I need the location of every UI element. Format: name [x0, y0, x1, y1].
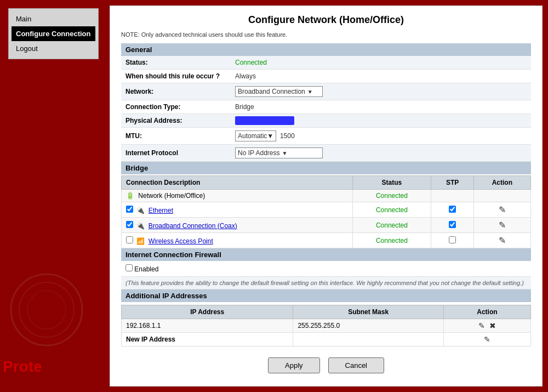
- firewall-enabled-label: Enabled: [134, 265, 158, 273]
- status-label: Status:: [121, 56, 231, 70]
- protect-text: Prote: [3, 358, 42, 376]
- ip-address-value: 192.168.1.1: [122, 319, 293, 333]
- button-row: Apply Cancel: [121, 357, 531, 373]
- wireless-stp-checkbox[interactable]: [449, 236, 456, 243]
- ip-data-row: 192.168.1.1 255.255.255.0 ✎ ✖: [122, 319, 531, 333]
- coax-link[interactable]: Broadband Connection (Coax): [149, 222, 237, 230]
- network-value: Broadband Connection ▼: [231, 83, 531, 100]
- ethernet-stp-checkbox[interactable]: [449, 206, 456, 213]
- network-row: Network: Broadband Connection ▼: [121, 83, 531, 100]
- new-ip-label: New IP Address: [122, 333, 293, 346]
- new-ip-add-icon[interactable]: ✎: [484, 335, 490, 344]
- ethernet-icon: 🔌: [136, 207, 145, 214]
- apply-button[interactable]: Apply: [268, 357, 320, 373]
- bridge-ethernet-action[interactable]: ✎: [473, 202, 530, 218]
- network-select-arrow: ▼: [307, 89, 313, 95]
- mtu-arrow: ▼: [267, 132, 273, 140]
- bridge-wireless-name: 📶 Wireless Access Point: [122, 233, 353, 248]
- ip-action-cell[interactable]: ✎ ✖: [443, 319, 530, 333]
- sidebar-wrapper: Main Configure Connection Logout Prote: [0, 0, 104, 392]
- bridge-table: Connection Description Status STP Action…: [121, 175, 531, 248]
- when-label: When should this rule occur ?: [121, 70, 231, 83]
- bridge-row-coax: 🔌 Broadband Connection (Coax) Connected …: [122, 218, 531, 233]
- ip-delete-icon[interactable]: ✖: [489, 321, 496, 330]
- bridge-coax-action[interactable]: ✎: [473, 218, 530, 233]
- bridge-ethernet-status: Connected: [352, 202, 431, 218]
- ip-table-row: IP Address Subnet Mask Action 192.168.1.…: [121, 302, 531, 346]
- bridge-network-stp: [431, 190, 473, 202]
- network-select[interactable]: Broadband Connection ▼: [235, 86, 323, 97]
- coax-icon: 🔌: [136, 222, 145, 230]
- physical-address-label: Physical Address:: [121, 114, 231, 128]
- firewall-row: Enabled: [121, 261, 531, 277]
- sidebar-item-configure[interactable]: Configure Connection: [12, 26, 95, 41]
- cancel-button[interactable]: Cancel: [328, 357, 384, 373]
- bridge-coax-name: 🔌 Broadband Connection (Coax): [122, 218, 353, 233]
- main-content: Configure Network (Home/Office) NOTE: On…: [110, 5, 543, 387]
- internet-protocol-value: No IP Address ▼: [231, 145, 531, 162]
- ip-col-subnet: Subnet Mask: [293, 305, 443, 319]
- ip-select-arrow: ▼: [282, 150, 288, 156]
- bridge-row-ethernet: 🔌 Ethernet Connected ✎: [122, 202, 531, 218]
- firewall-checkbox[interactable]: [125, 264, 133, 271]
- ethernet-link[interactable]: Ethernet: [149, 207, 173, 214]
- logo-decoration: [8, 271, 85, 348]
- ip-col-action: Action: [443, 305, 530, 319]
- mtu-select[interactable]: Automatic ▼: [235, 130, 276, 141]
- internet-protocol-row: Internet Protocol No IP Address ▼: [121, 145, 531, 162]
- network-label: Network:: [121, 83, 231, 100]
- bridge-ethernet-stp: [431, 202, 473, 218]
- status-row: Status: Connected: [121, 56, 531, 70]
- ip-edit-icon[interactable]: ✎: [478, 321, 485, 330]
- when-value: Always: [231, 70, 531, 83]
- additional-ip-section-header: Additional IP Addresses: [121, 289, 531, 303]
- bridge-coax-status: Connected: [352, 218, 431, 233]
- bridge-wireless-stp: [431, 233, 473, 248]
- sidebar-item-logout[interactable]: Logout: [12, 41, 95, 56]
- page-title: Configure Network (Home/Office): [121, 14, 531, 26]
- ip-table: IP Address Subnet Mask Action 192.168.1.…: [121, 305, 531, 346]
- note-text: NOTE: Only advanced technical users shou…: [121, 31, 531, 38]
- bridge-header-row: Connection Description Status STP Action: [122, 176, 531, 190]
- internet-protocol-label: Internet Protocol: [121, 145, 231, 162]
- ethernet-checkbox[interactable]: [126, 206, 133, 213]
- bridge-ethernet-name: 🔌 Ethernet: [122, 202, 353, 218]
- internet-protocol-select[interactable]: No IP Address ▼: [235, 147, 323, 158]
- bridge-row-wireless: 📶 Wireless Access Point Connected ✎: [122, 233, 531, 248]
- svg-point-2: [27, 291, 66, 329]
- wireless-link[interactable]: Wireless Access Point: [149, 237, 213, 245]
- bridge-network-name: 🔋 Network (Home/Office): [122, 190, 353, 202]
- bridge-col-action: Action: [473, 176, 530, 190]
- ip-col-address: IP Address: [122, 305, 293, 319]
- mtu-row: MTU: Automatic ▼ 1500: [121, 128, 531, 145]
- status-value: Connected: [231, 56, 531, 70]
- sidebar-item-main[interactable]: Main: [12, 12, 95, 26]
- physical-address-masked: ██████████: [235, 116, 294, 125]
- bridge-network-status: Connected: [352, 190, 431, 202]
- connection-type-label: Connection Type:: [121, 100, 231, 114]
- new-ip-subnet-cell: [293, 333, 443, 346]
- bridge-row-network: 🔋 Network (Home/Office) Connected: [122, 190, 531, 202]
- mtu-label: MTU:: [121, 128, 231, 145]
- bridge-col-stp: STP: [431, 176, 473, 190]
- wireless-edit-icon[interactable]: ✎: [499, 236, 506, 245]
- firewall-note: (This feature provides the ability to ch…: [121, 277, 531, 289]
- svg-point-0: [11, 274, 82, 345]
- coax-checkbox[interactable]: [126, 221, 133, 228]
- coax-stp-checkbox[interactable]: [449, 221, 456, 228]
- mtu-number: 1500: [280, 132, 295, 140]
- new-ip-action-cell[interactable]: ✎: [443, 333, 530, 346]
- config-table: General Status: Connected When should th…: [121, 43, 531, 346]
- wireless-checkbox[interactable]: [126, 236, 133, 243]
- ethernet-edit-icon[interactable]: ✎: [499, 205, 506, 214]
- connection-type-row: Connection Type: Bridge: [121, 100, 531, 114]
- sidebar-box: Main Configure Connection Logout: [8, 8, 99, 59]
- bridge-network-action: [473, 190, 530, 202]
- new-ip-row: New IP Address ✎: [122, 333, 531, 346]
- coax-edit-icon[interactable]: ✎: [499, 220, 506, 230]
- physical-address-row: Physical Address: ██████████: [121, 114, 531, 128]
- bridge-col-description: Connection Description: [122, 176, 353, 190]
- bridge-wireless-action[interactable]: ✎: [473, 233, 530, 248]
- network-icon: 🔋: [126, 192, 134, 200]
- firewall-section-header: Internet Connection Firewall: [121, 248, 531, 261]
